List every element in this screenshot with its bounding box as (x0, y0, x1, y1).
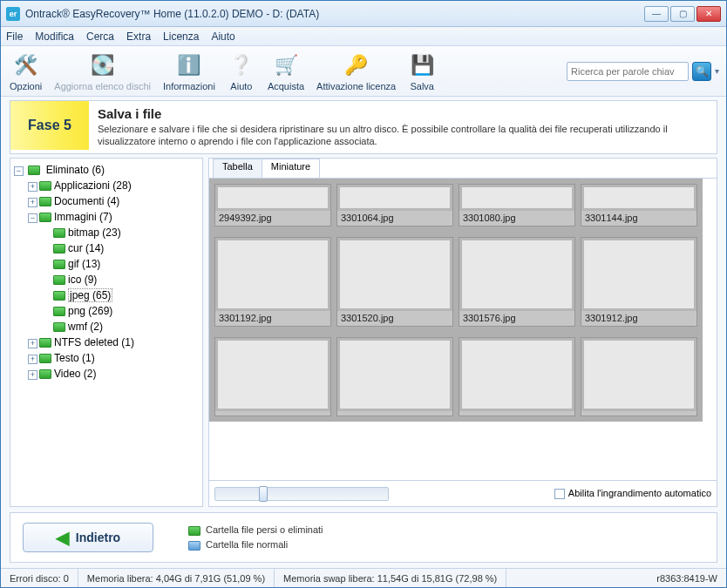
legend: Cartella file persi o eliminati Cartella… (188, 524, 323, 550)
search-dropdown-icon[interactable]: ▾ (715, 66, 719, 76)
key-icon: 🔑 (343, 51, 370, 79)
thumbnail[interactable]: 3301192.jpg (214, 237, 331, 327)
expand-icon[interactable]: + (28, 339, 37, 348)
tree-gif[interactable]: gif (13) (42, 256, 199, 272)
tree-item-label: wmf (2) (68, 321, 103, 333)
tree-png[interactable]: png (269) (42, 303, 199, 319)
toolbar-attivazione-label: Attivazione licenza (316, 81, 396, 91)
folder-icon (39, 369, 51, 379)
slider-handle[interactable] (259, 486, 268, 502)
thumbnail-image (584, 240, 694, 308)
tree-video[interactable]: +Video (2) (28, 366, 199, 382)
menu-bar: File Modifica Cerca Extra Licenza Aiuto (1, 27, 726, 46)
auto-zoom-checkbox[interactable]: Abilita l'ingrandimento automatico (554, 488, 711, 499)
status-bar: Errori disco: 0 Memoria libera: 4,04G di… (1, 568, 726, 587)
folder-icon (53, 291, 65, 301)
thumbnail-footer: Abilita l'ingrandimento automatico (209, 480, 717, 506)
menu-aiuto[interactable]: Aiuto (211, 30, 234, 43)
tree-wmf[interactable]: wmf (2) (42, 319, 199, 335)
thumbnail[interactable] (459, 337, 575, 416)
tree-applicazioni[interactable]: +Applicazioni (28) (28, 178, 199, 193)
status-errori: Errori disco: 0 (1, 569, 78, 587)
expand-icon[interactable]: + (28, 198, 37, 207)
tabs: Tabella Miniature (209, 159, 717, 178)
tree-bitmap[interactable]: bitmap (23) (42, 225, 199, 240)
thumbnail[interactable]: 3301576.jpg (459, 237, 575, 327)
cart-icon: 🛒 (272, 51, 300, 79)
menu-modifica[interactable]: Modifica (35, 30, 74, 43)
tree-jpeg[interactable]: jpeg (65) (42, 287, 199, 303)
expand-icon[interactable]: + (28, 182, 37, 192)
toolbar-acquista[interactable]: 🛒 Acquista (266, 50, 306, 93)
menu-file[interactable]: File (6, 30, 23, 43)
thumbnail[interactable]: 3301912.jpg (581, 237, 697, 327)
status-mem: Memoria libera: 4,04G di 7,91G (51,09 %) (78, 569, 275, 587)
tree-immagini[interactable]: −Immagini (7) bitmap (23) cur (14) gif (… (28, 209, 199, 335)
back-button[interactable]: ◀ Indietro (23, 523, 153, 552)
expand-icon[interactable]: + (28, 370, 37, 380)
thumbnail-caption: 3301192.jpg (215, 311, 330, 326)
toolbar-salva[interactable]: 💾 Salva (406, 50, 438, 93)
folder-icon (53, 260, 65, 269)
menu-licenza[interactable]: Licenza (163, 30, 199, 43)
thumbnail[interactable] (581, 337, 697, 416)
maximize-button[interactable]: ▢ (670, 6, 695, 22)
zoom-slider[interactable] (214, 487, 389, 501)
search-input[interactable] (567, 62, 689, 81)
close-button[interactable]: ✕ (696, 6, 721, 22)
folder-icon (53, 322, 65, 332)
tab-tabella[interactable]: Tabella (213, 159, 262, 178)
phase-text: Salva i file Selezionare e salvare i fil… (89, 101, 717, 153)
thumbnail-caption: 2949392.jpg (215, 211, 330, 226)
tree-ntfs[interactable]: +NTFS deleted (1) (28, 335, 199, 350)
toolbar-opzioni[interactable]: 🛠️ Opzioni (8, 50, 44, 93)
tree-panel[interactable]: − Eliminato (6) +Applicazioni (28) +Docu… (10, 158, 203, 507)
content-panel: Tabella Miniature 2949392.jpg 3301064.jp… (208, 158, 717, 507)
menu-cerca[interactable]: Cerca (86, 30, 114, 43)
app-window: er Ontrack® EasyRecovery™ Home (11.0.2.0… (0, 0, 727, 588)
thumbnail-scroll[interactable]: 2949392.jpg 3301064.jpg 3301080.jpg 3301… (209, 179, 717, 480)
toolbar-aiuto[interactable]: ❔ Aiuto (226, 50, 257, 93)
toolbar-informazioni[interactable]: ℹ️ Informazioni (161, 50, 217, 93)
thumbnail[interactable]: 3301064.jpg (336, 184, 453, 226)
thumbnail-image (340, 341, 450, 409)
folder-icon (53, 228, 65, 238)
thumbnail[interactable] (214, 337, 331, 416)
thumbnail-image (218, 341, 328, 409)
toolbar-aggiorna[interactable]: 💽 Aggiorna elenco dischi (52, 50, 153, 93)
toolbar-opzioni-label: Opzioni (10, 81, 42, 91)
tab-miniature[interactable]: Miniature (262, 159, 320, 178)
folder-icon (188, 526, 200, 536)
folder-icon (39, 181, 51, 191)
tree-documenti[interactable]: +Documenti (4) (28, 193, 199, 209)
tree-ico[interactable]: ico (9) (42, 272, 199, 287)
toolbar-attivazione[interactable]: 🔑 Attivazione licenza (315, 50, 397, 93)
collapse-icon[interactable]: − (14, 166, 24, 176)
thumbnail[interactable]: 3301080.jpg (459, 184, 575, 226)
minimize-button[interactable]: — (644, 6, 669, 22)
tree-testo[interactable]: +Testo (1) (28, 350, 199, 366)
back-arrow-icon: ◀ (56, 527, 69, 548)
tree-root[interactable]: − Eliminato (6) +Applicazioni (28) +Docu… (14, 162, 199, 382)
thumbnail[interactable]: 3301520.jpg (336, 237, 453, 327)
tree-item-label: gif (13) (68, 258, 100, 270)
expand-icon[interactable]: + (28, 355, 37, 364)
search-button[interactable]: 🔍 (692, 62, 711, 81)
folder-icon (39, 338, 51, 348)
help-icon: ❔ (228, 51, 255, 79)
phase-badge: Fase 5 (10, 101, 89, 150)
menu-extra[interactable]: Extra (126, 30, 151, 43)
floppy-icon: 💾 (408, 51, 436, 79)
folder-icon (28, 166, 40, 175)
tree-cur[interactable]: cur (14) (42, 240, 199, 256)
tree-item-label: NTFS deleted (1) (54, 336, 134, 348)
thumbnail[interactable]: 3301144.jpg (581, 184, 697, 226)
thumbnail-caption: 3301576.jpg (459, 311, 574, 326)
collapse-icon[interactable]: − (28, 213, 37, 223)
tree-item-label: Testo (1) (54, 352, 95, 364)
tree-item-label: jpeg (65) (68, 288, 112, 302)
thumbnail[interactable]: 2949392.jpg (214, 184, 331, 226)
legend-normal-label: Cartella file normali (206, 539, 288, 550)
thumbnail[interactable] (336, 337, 453, 416)
thumbnail-caption: 3301080.jpg (459, 211, 574, 226)
